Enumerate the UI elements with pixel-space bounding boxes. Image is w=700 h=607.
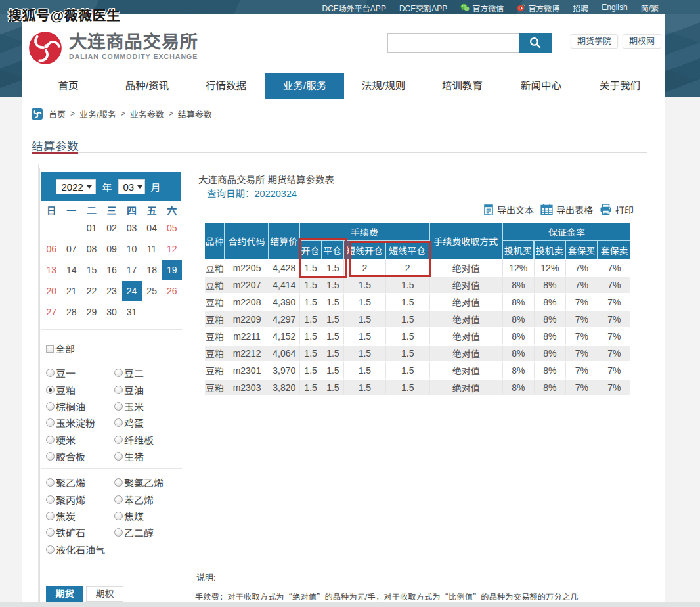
cell: 7% (566, 361, 598, 378)
search-input[interactable] (387, 33, 519, 53)
topbar-link-1[interactable]: DCE场外平台APP (322, 2, 386, 13)
table-header-row-groups: 品种合约代码结算价手续费手续费收取方式保证金率 (205, 223, 630, 241)
table-row-m2303: 豆粕m23033,8201.51.51.51.5绝对值8%8%7%7% (205, 378, 630, 395)
export-button-3[interactable]: 打印 (600, 203, 634, 216)
nav-item-行情数据[interactable]: 行情数据 (186, 73, 265, 99)
header-band-right (665, 14, 700, 97)
calendar-day-21[interactable]: 21 (62, 281, 82, 302)
dce-logo[interactable]: 大连商品交易所 DALIAN COMMODITY EXCHANGE (28, 30, 198, 66)
calendar-day-25[interactable]: 25 (142, 281, 162, 302)
futures-college-button[interactable]: 期货学院 (571, 34, 618, 49)
calendar-day-14[interactable]: 14 (62, 259, 82, 281)
breadcrumb-item-1[interactable]: 首页 (49, 108, 66, 120)
product-radio-液化石油气[interactable]: 液化石油气 (46, 543, 114, 556)
product-radio-焦炭[interactable]: 焦炭 (46, 509, 114, 523)
bottom-strip (0, 602, 700, 607)
sidebar-separator (41, 329, 182, 330)
calendar-day-08[interactable]: 08 (81, 238, 102, 259)
product-radio-鸡蛋[interactable]: 鸡蛋 (114, 416, 177, 430)
calendar-day-05[interactable]: 05 (162, 217, 182, 238)
year-select[interactable]: 2022 (56, 179, 96, 194)
product-radio-铁矿石[interactable]: 铁矿石 (46, 526, 114, 539)
calendar-day-29[interactable]: 29 (81, 302, 102, 323)
topbar-link-4[interactable]: 官方微博 (517, 2, 559, 13)
export-button-2[interactable]: 导出表格 (540, 203, 593, 216)
nav-item-法规/规则[interactable]: 法规/规则 (344, 73, 423, 99)
options-site-button[interactable]: 期权网 (623, 34, 661, 49)
nav-item-品种/资讯[interactable]: 品种/资讯 (108, 73, 186, 99)
nav-item-业务/服务[interactable]: 业务/服务 (265, 73, 344, 99)
calendar-day-17[interactable]: 17 (121, 259, 142, 281)
column-header-保证金率: 保证金率 (503, 223, 630, 241)
radio-icon (46, 495, 55, 504)
breadcrumb-item-3[interactable]: 业务参数 (130, 108, 164, 120)
nav-item-新闻中心[interactable]: 新闻中心 (502, 73, 580, 99)
cell: 7% (566, 259, 598, 276)
calendar-day-09[interactable]: 09 (102, 238, 122, 259)
nav-item-培训教育[interactable]: 培训教育 (423, 73, 502, 99)
calendar-day-20[interactable]: 20 (41, 281, 62, 302)
calendar-day-30[interactable]: 30 (102, 302, 122, 323)
calendar-day-28[interactable]: 28 (62, 302, 82, 323)
product-radio-聚氯乙烯[interactable]: 聚氯乙烯 (114, 476, 177, 489)
tab-期权[interactable]: 期权 (86, 586, 123, 602)
calendar-day-10[interactable]: 10 (121, 238, 142, 259)
nav-item-关于我们[interactable]: 关于我们 (580, 73, 659, 99)
product-radio-生猪[interactable]: 生猪 (114, 449, 177, 463)
calendar-day-13[interactable]: 13 (41, 259, 62, 281)
product-radio-乙二醇[interactable]: 乙二醇 (114, 526, 177, 539)
topbar-link-6[interactable]: English (602, 3, 627, 12)
month-select[interactable]: 03 (118, 179, 145, 194)
tab-期货[interactable]: 期货 (46, 586, 83, 602)
product-radio-胶合板[interactable]: 胶合板 (46, 449, 114, 463)
calendar-day-19[interactable]: 19 (162, 259, 182, 281)
topbar-link-3[interactable]: 官方微信 (460, 2, 504, 13)
calendar-day-18[interactable]: 18 (142, 259, 162, 281)
product-radio-棕榈油[interactable]: 棕榈油 (46, 399, 114, 413)
export-button-1[interactable]: 导出文本 (483, 203, 534, 216)
breadcrumb-item-4[interactable]: 结算参数 (178, 108, 212, 120)
select-all-checkbox[interactable]: 全部 (46, 342, 75, 355)
calendar-day-02[interactable]: 02 (102, 217, 122, 238)
nav-item-首页[interactable]: 首页 (29, 73, 108, 99)
cell: 7% (566, 310, 598, 327)
calendar-day-11[interactable]: 11 (142, 238, 162, 259)
cell: 1.5 (386, 378, 430, 395)
product-radio-豆一[interactable]: 豆一 (46, 366, 114, 380)
product-radio-焦煤[interactable]: 焦煤 (114, 509, 177, 523)
calendar-day-15[interactable]: 15 (81, 259, 102, 281)
radio-icon (114, 528, 123, 537)
product-radio-聚乙烯[interactable]: 聚乙烯 (46, 476, 114, 489)
calendar-day-24[interactable]: 24 (121, 281, 142, 302)
topbar-link-2[interactable]: DCE交割APP (399, 2, 447, 13)
calendar-day-22[interactable]: 22 (81, 281, 102, 302)
calendar-day-06[interactable]: 06 (41, 238, 62, 259)
product-radio-玉米[interactable]: 玉米 (114, 399, 177, 413)
calendar-day-07[interactable]: 07 (62, 238, 82, 259)
search-button[interactable] (519, 33, 552, 53)
product-radio-玉米淀粉[interactable]: 玉米淀粉 (46, 416, 114, 430)
calendar-day-01[interactable]: 01 (81, 217, 102, 238)
cell: 绝对值 (430, 378, 503, 395)
product-radio-粳米[interactable]: 粳米 (46, 433, 114, 447)
product-radio-豆粕[interactable]: 豆粕 (46, 383, 114, 397)
product-label: 聚氯乙烯 (124, 476, 164, 489)
calendar-day-12[interactable]: 12 (162, 238, 182, 259)
topbar-link-5[interactable]: 招聘 (573, 2, 588, 13)
product-radio-豆二[interactable]: 豆二 (114, 366, 177, 380)
product-radio-豆油[interactable]: 豆油 (114, 383, 177, 397)
cell: 1.5 (344, 327, 386, 344)
calendar-day-31[interactable]: 31 (121, 302, 142, 323)
breadcrumb-item-2[interactable]: 业务/服务 (79, 108, 116, 120)
product-radio-苯乙烯[interactable]: 苯乙烯 (114, 493, 177, 506)
calendar-day-03[interactable]: 03 (121, 217, 142, 238)
cell: 8% (535, 378, 566, 395)
product-radio-聚丙烯[interactable]: 聚丙烯 (46, 493, 114, 506)
calendar-day-16[interactable]: 16 (102, 259, 122, 281)
topbar-link-7[interactable]: 简/繁 (641, 2, 659, 13)
calendar-day-26[interactable]: 26 (162, 281, 182, 302)
calendar-day-23[interactable]: 23 (102, 281, 122, 302)
calendar-day-27[interactable]: 27 (41, 302, 62, 323)
product-radio-纤维板[interactable]: 纤维板 (114, 433, 177, 447)
calendar-day-04[interactable]: 04 (142, 217, 162, 238)
